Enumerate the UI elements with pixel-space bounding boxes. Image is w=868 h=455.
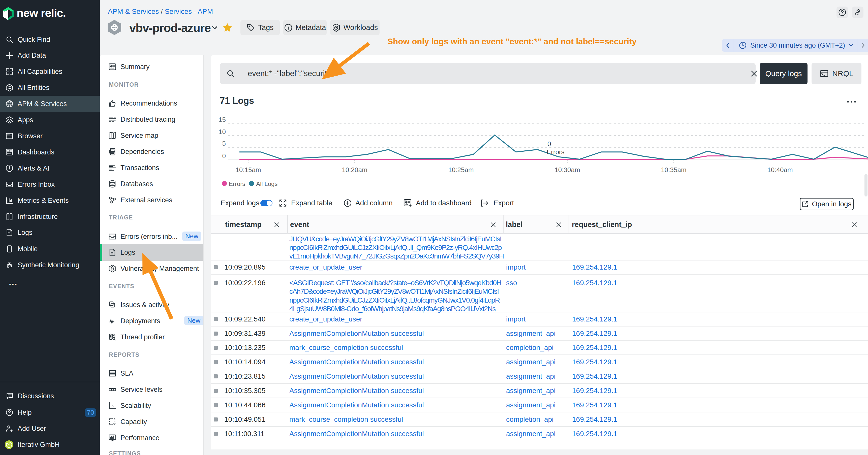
svg-text:0: 0 xyxy=(548,140,551,148)
svg-text:0: 0 xyxy=(222,152,226,160)
svg-text:10:20am: 10:20am xyxy=(342,166,367,173)
svg-text:10:25am: 10:25am xyxy=(448,166,473,173)
svg-text:10:30am: 10:30am xyxy=(555,166,580,173)
svg-text:10:35am: 10:35am xyxy=(661,166,686,173)
svg-text:10:40am: 10:40am xyxy=(767,166,793,173)
svg-text:15: 15 xyxy=(218,116,226,124)
svg-text:10: 10 xyxy=(218,128,226,135)
svg-text:10:15am: 10:15am xyxy=(236,166,261,173)
svg-text:Errors: Errors xyxy=(547,148,564,156)
svg-text:5: 5 xyxy=(222,139,226,147)
